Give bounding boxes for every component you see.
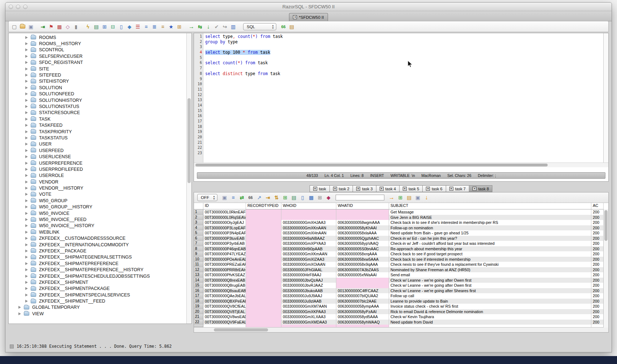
disclosure-triangle-icon[interactable] xyxy=(18,306,21,309)
results-search-input[interactable] xyxy=(336,195,384,200)
tree-item-zkfedex__shipmatepreference__history[interactable]: ZKFEDEX__SHIPMATEPREFERENCE__HISTORY xyxy=(9,266,191,273)
cell-id[interactable]: 00T3000000Q8rugEAB xyxy=(203,283,246,288)
table-row[interactable]: 1300T3000000PfvKSEAZ0033000000HirF8AAJ00… xyxy=(194,272,608,278)
cell-subject[interactable]: Need update from David xyxy=(389,320,591,325)
disclosure-triangle-icon[interactable] xyxy=(25,174,28,177)
cell-recordtypeid[interactable] xyxy=(246,257,281,262)
table-star-icon[interactable]: ⊞ xyxy=(177,24,182,30)
cell-rownum[interactable]: 20 xyxy=(194,309,203,315)
fetch-down-icon[interactable]: ↓ xyxy=(206,24,211,30)
table-row[interactable]: 400T3000000P3LopEAF0033000000GmXKnAAN006… xyxy=(194,225,608,231)
cell-whoid[interactable]: 0033000000Ju9zlAAB xyxy=(281,299,336,304)
disclosure-triangle-icon[interactable] xyxy=(25,224,28,227)
cell-recordtypeid[interactable] xyxy=(246,236,281,241)
editor-horizontal-scrollbar[interactable] xyxy=(194,162,608,167)
copy-red-icon[interactable]: ▩ xyxy=(57,24,62,30)
cell-recordtypeid[interactable] xyxy=(246,325,281,327)
cell-whoid[interactable]: 0033000000JFhGlAAL xyxy=(281,267,336,273)
cell-rownum[interactable]: 12 xyxy=(194,267,203,273)
cell-subject[interactable]: Follow up call xyxy=(389,293,591,299)
cell-whoid[interactable] xyxy=(281,209,336,215)
tree-item-userfeed[interactable]: USERFEED xyxy=(9,147,191,153)
cell-id[interactable]: 00T3000000Q8sauEAB xyxy=(203,288,246,294)
table-row[interactable]: 2200T3000000QV9FaEAL0033000000GmXMDAA300… xyxy=(194,320,608,325)
disclosure-triangle-icon[interactable] xyxy=(25,92,28,95)
column-header-RECORDTYPEID[interactable]: RECORDTYPEID xyxy=(246,203,281,209)
cell-subject[interactable]: Check back in to see if she's interested… xyxy=(389,220,591,225)
cell-rownum[interactable]: 4 xyxy=(194,225,203,231)
table-row[interactable]: 1900T3000000QV8CfEAL0033000000GmXM7AAN00… xyxy=(194,304,608,309)
cell-whatid[interactable]: 006300000058yhWAAQ xyxy=(336,320,389,325)
zoom-window-button[interactable] xyxy=(23,5,27,9)
go-next-icon[interactable]: → xyxy=(389,195,394,200)
tree-item-rooms[interactable]: ROOMS xyxy=(9,34,191,40)
tree-item-w50_invoice[interactable]: W50_INVOICE xyxy=(9,210,191,216)
cell-id[interactable]: 00T3000000P3yrbEAB xyxy=(203,241,246,246)
cell-id[interactable]: 00T3000000P3LopEAF xyxy=(203,225,246,231)
cell-recordtypeid[interactable] xyxy=(246,288,281,294)
swap-arrows-icon[interactable]: ⇆ xyxy=(197,24,203,30)
cell-subject[interactable] xyxy=(389,325,591,327)
table-refresh-icon[interactable]: ⊞ xyxy=(282,195,288,200)
cell-whoid[interactable]: 0033000000GmXIZAA3 xyxy=(281,257,336,262)
pen-icon[interactable]: ◆ xyxy=(326,195,331,200)
cell-id[interactable]: 00T3000000Q8rexEAB xyxy=(203,278,246,283)
table-row[interactable]: 500T3000000P3N4pEAF0033000000GmXHnAAN006… xyxy=(194,230,608,236)
cell-whatid[interactable]: 006300000058xlaAAA xyxy=(336,230,389,236)
table-row[interactable]: 1200T3000000PRR8rEAH0033000000JFhGlAAL00… xyxy=(194,267,608,273)
cell-whoid[interactable]: 0033000000Ju9J9AAJ xyxy=(281,293,336,299)
cell-whatid[interactable]: 006300000058xrqAAA xyxy=(336,251,389,257)
tree-item-solutionstatus[interactable]: SOLUTIONSTATUS xyxy=(9,103,191,109)
tree-item-zkfedex__shipmentpackage[interactable]: ZKFEDEX__SHIPMENTPACKAGE xyxy=(9,286,191,292)
lines-align-icon[interactable]: ≣ xyxy=(152,24,157,30)
disclosure-triangle-icon[interactable] xyxy=(25,287,28,290)
tree-item-weblink[interactable]: WEBLINK xyxy=(9,229,191,235)
sidebar-scrollbar[interactable] xyxy=(186,33,191,324)
cell-id[interactable]: 00T3000000OiyJgEAJ xyxy=(203,220,246,225)
disclosure-triangle-icon[interactable] xyxy=(25,168,28,171)
cell-rownum[interactable]: 1 xyxy=(194,209,203,215)
cell-rownum[interactable]: 6 xyxy=(194,236,203,241)
cell-subject[interactable]: Send email xyxy=(389,272,591,278)
cell-recordtypeid[interactable] xyxy=(246,241,281,246)
page-icon[interactable]: ▯ xyxy=(300,195,305,200)
cell-recordtypeid[interactable] xyxy=(246,309,281,315)
cell-id[interactable]: 00T3000000L0RknEAF xyxy=(203,209,246,215)
cell-recordtypeid[interactable] xyxy=(246,220,281,225)
document-icon[interactable]: ▯ xyxy=(118,24,124,30)
download-icon[interactable]: ↓ xyxy=(424,195,429,200)
disclosure-triangle-icon[interactable] xyxy=(25,61,28,64)
cell-subject[interactable]: Get Massage xyxy=(389,209,591,215)
cell-id[interactable]: 00T3000000QV8CfEAL xyxy=(203,304,246,309)
disclosure-triangle-icon[interactable] xyxy=(25,193,28,196)
disclosure-triangle-icon[interactable] xyxy=(25,80,28,83)
panel-icon[interactable]: ▤ xyxy=(291,195,297,200)
table-row[interactable]: 2100T3000000QV8wsEAD0033000000GmXLXAA300… xyxy=(194,314,608,320)
cell-rownum[interactable]: 5 xyxy=(194,230,203,236)
column-header-AC[interactable]: AC xyxy=(591,203,604,209)
disclosure-triangle-icon[interactable] xyxy=(25,256,28,259)
tree-item-taskfeed[interactable]: TASKFEED xyxy=(9,122,191,128)
cell-whatid[interactable]: 00630000005S0bnAAC xyxy=(336,246,389,252)
commit-check-icon[interactable]: ✔ xyxy=(214,24,219,30)
go-arrow-icon[interactable]: → xyxy=(189,24,194,30)
disclosure-triangle-icon[interactable] xyxy=(25,68,28,70)
cell-whoid[interactable] xyxy=(281,215,336,220)
disclosure-triangle-icon[interactable] xyxy=(25,105,28,108)
cell-rownum[interactable]: 21 xyxy=(194,314,203,320)
limit-select[interactable]: OFF ▲▼ xyxy=(197,194,217,201)
cell-subject[interactable]: Check w/ Leanne - we're going after Shea… xyxy=(389,288,591,294)
cell-rownum[interactable]: 13 xyxy=(194,272,203,278)
tree-item-userrole[interactable]: USERROLE xyxy=(9,173,191,179)
result-tab-task-6[interactable]: ✕task 6 xyxy=(422,185,446,192)
cell-id[interactable]: 00T3000000P47LYEAZ xyxy=(203,251,246,257)
close-tab-icon[interactable]: ✕ xyxy=(333,187,337,191)
table-copy-icon[interactable]: ⊞ xyxy=(317,195,323,200)
grid-vertical-scrollbar[interactable] xyxy=(603,209,608,328)
table-row[interactable]: 1500T3000000Q8rugEAB0033000000JbvRJAAZCh… xyxy=(194,283,608,288)
tree-item-sitefeed[interactable]: SITEFEED xyxy=(9,72,191,78)
cell-recordtypeid[interactable] xyxy=(246,314,281,320)
disclosure-triangle-icon[interactable] xyxy=(25,300,28,303)
tree-item-vote[interactable]: VOTE xyxy=(9,191,191,198)
cell-whoid[interactable]: 0033000000HirF8AAJ xyxy=(281,272,336,278)
